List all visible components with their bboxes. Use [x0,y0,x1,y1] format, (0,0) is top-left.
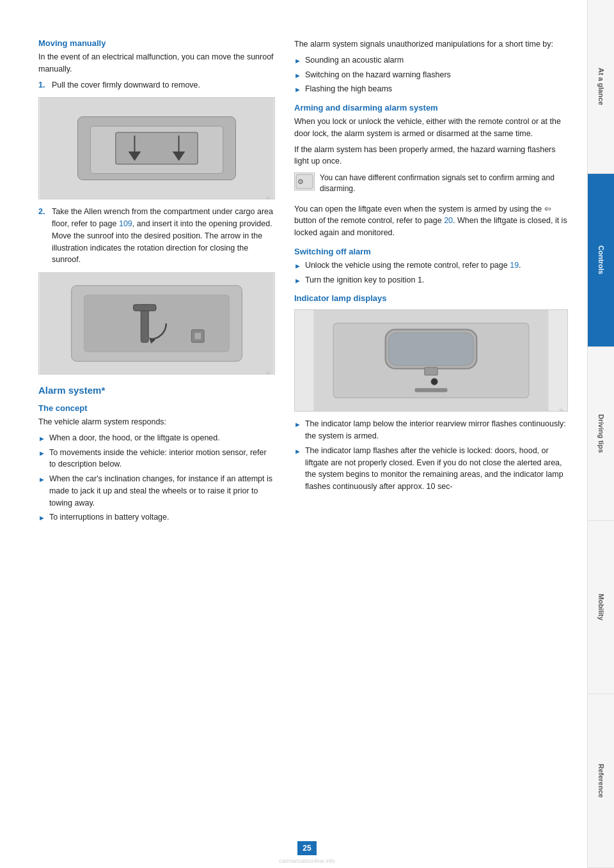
note-icon: ⚙ [294,173,315,190]
switch-bullet-arrow-1: ► [294,261,301,272]
switch-bullet-1-text: Unlock the vehicle using the remote cont… [305,260,521,272]
step-2: 2. Take the Allen wrench from the compar… [38,206,275,266]
alarm-bullet-2: ► Switching on the hazard warning flashe… [294,69,568,81]
sidebar-tab-at-a-glance[interactable]: At a glance [588,0,614,174]
concept-bullet-3: ► When the car's inclination changes, fo… [38,473,275,509]
note-text: You can have different confirmation sign… [320,173,568,194]
step-1-text: Pull the cover firmly downward to remove… [52,79,200,91]
carmanuals-watermark: carmanualsonline.info [279,858,335,864]
switching-off-heading: Switching off alarm [294,247,568,256]
page-19-link[interactable]: 19 [510,261,519,270]
svg-rect-24 [415,389,448,392]
page-number-area: 25 [297,841,317,855]
concept-bullet-2: ► To movements inside the vehicle: inter… [38,447,275,471]
img3-watermark: WW3A61.tmp [558,408,563,412]
svg-rect-10 [84,295,229,352]
svg-text:⚙: ⚙ [297,178,304,185]
main-content: Moving manually In the event of an elect… [0,0,587,868]
indicator-bullet-1: ► The indicator lamp below the interior … [294,418,568,442]
sunroof-wrench-image: WW2W5P.tmp [38,272,275,375]
concept-bullet-1-text: When a door, the hood, or the liftgate i… [49,432,220,444]
alarm-bullet-3: ► Flashing the high beams [294,83,568,95]
alarm-bullet-1: ► Sounding an acoustic alarm [294,54,568,66]
sunroof-cover-image: WW5Y51.tmp [38,97,275,199]
indicator-bullet-2-text: The indicator lamp flashes after the veh… [305,445,568,493]
concept-bullet-3-text: When the car's inclination changes, for … [49,473,275,509]
step-2-text: Take the Allen wrench from the compartme… [52,206,275,266]
indicator-lamp-image: WW3A61.tmp [294,309,568,412]
indicator-bullet-1-text: The indicator lamp below the interior re… [305,418,568,442]
svg-rect-22 [425,368,437,375]
svg-point-23 [431,378,437,385]
indicator-lamp-heading: Indicator lamp displays [294,293,568,303]
alarm-bullet-1-text: Sounding an acoustic alarm [305,54,404,66]
concept-bullet-4-text: To interruptions in battery voltage. [49,511,169,523]
right-column: The alarm system signals unauthorized ma… [294,38,568,830]
arming-heading: Arming and disarming alarm system [294,103,568,112]
indicator-bullet-arrow-2: ► [294,446,301,457]
svg-rect-21 [389,333,474,366]
sidebar-tab-mobility[interactable]: Mobility [588,521,614,695]
indicator-bullet-arrow-1: ► [294,419,301,430]
indicator-bullet-2: ► The indicator lamp flashes after the v… [294,445,568,493]
step-1: 1. Pull the cover firmly downward to rem… [38,79,275,91]
svg-rect-3 [116,133,198,164]
bullet-arrow-4: ► [38,513,45,523]
left-column: Moving manually In the event of an elect… [38,38,275,830]
alarm-signals-intro: The alarm system signals unauthorized ma… [294,38,568,50]
svg-rect-12 [133,304,156,311]
switch-bullet-1: ► Unlock the vehicle using the remote co… [294,260,568,272]
moving-manually-heading: Moving manually [38,38,275,48]
arming-para3: You can open the liftgate even when the … [294,203,568,239]
note-box: ⚙ You can have different confirmation si… [294,173,568,198]
concept-bullet-4: ► To interruptions in battery voltage. [38,511,275,523]
page-container: Moving manually In the event of an elect… [0,0,614,868]
concept-bullet-1: ► When a door, the hood, or the liftgate… [38,432,275,444]
alarm-bullet-2-text: Switching on the hazard warning flashers [305,69,451,81]
page-20-link[interactable]: 20 [444,216,453,225]
concept-heading: The concept [38,403,275,413]
img1-watermark: WW5Y51.tmp [265,196,271,199]
page-number: 25 [297,841,317,855]
arming-para1: When you lock or unlock the vehicle, eit… [294,116,568,140]
step-1-num: 1. [38,79,49,91]
sidebar: At a glance Controls Driving tips Mobili… [587,0,614,868]
switching-off-bullets: ► Unlock the vehicle using the remote co… [294,260,568,286]
sidebar-tab-driving-tips[interactable]: Driving tips [588,347,614,521]
concept-bullet-2-text: To movements inside the vehicle: interio… [49,447,275,471]
sidebar-tab-controls[interactable]: Controls [588,174,614,348]
alarm-bullet-arrow-1: ► [294,56,301,66]
img2-watermark: WW2W5P.tmp [265,371,271,375]
alarm-bullet-arrow-2: ► [294,70,301,81]
page-109-link[interactable]: 109 [119,219,132,228]
concept-bullets: ► When a door, the hood, or the liftgate… [38,432,275,523]
switch-bullet-arrow-2: ► [294,275,301,286]
sidebar-tab-reference[interactable]: Reference [588,694,614,868]
alarm-bullet-arrow-3: ► [294,84,301,95]
switch-bullet-2-text: Turn the ignition key to position 1. [305,274,424,286]
alarm-bullet-3-text: Flashing the high beams [305,83,392,95]
step-2-num: 2. [38,206,49,266]
moving-manually-intro: In the event of an electrical malfunctio… [38,51,275,75]
concept-intro: The vehicle alarm system responds: [38,416,275,428]
bullet-arrow-3: ► [38,474,45,485]
arming-para2: If the alarm system has been properly ar… [294,144,568,168]
switch-bullet-2: ► Turn the ignition key to position 1. [294,274,568,286]
bullet-arrow-1: ► [38,433,45,444]
alarm-signals-bullets: ► Sounding an acoustic alarm ► Switching… [294,54,568,95]
bullet-arrow-2: ► [38,448,45,459]
indicator-bullets: ► The indicator lamp below the interior … [294,418,568,493]
svg-rect-15 [194,333,201,339]
alarm-system-heading: Alarm system* [38,385,275,396]
